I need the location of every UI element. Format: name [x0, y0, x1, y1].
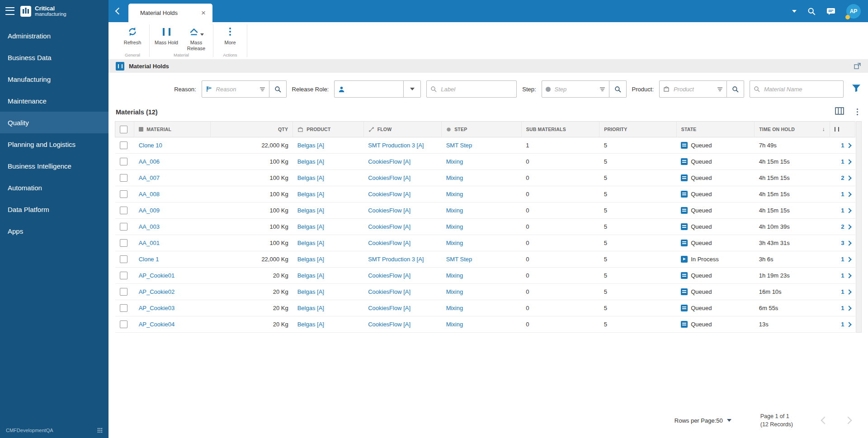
sidebar-item-apps[interactable]: Apps	[0, 220, 108, 242]
row-checkbox[interactable]	[120, 141, 127, 149]
sidebar-item-maintenance[interactable]: Maintenance	[0, 90, 108, 112]
flow-link[interactable]: CookiesFlow [A]	[368, 288, 410, 295]
mass-release-button[interactable]: Mass Release	[181, 22, 211, 52]
sidebar-item-manufacturing[interactable]: Manufacturing	[0, 68, 108, 90]
step-link[interactable]: Mixing	[446, 174, 463, 181]
flow-link[interactable]: CookiesFlow [A]	[368, 305, 410, 311]
column-header-step[interactable]: STEP	[442, 122, 522, 137]
row-checkbox[interactable]	[120, 304, 127, 312]
product-link[interactable]: Belgas [A]	[297, 288, 324, 295]
material-link[interactable]: AP_Cookie04	[139, 321, 175, 328]
material-link[interactable]: Clone 1	[139, 256, 159, 263]
step-link[interactable]: SMT Step	[446, 142, 472, 149]
release-role-dropdown-button[interactable]	[404, 80, 421, 98]
reason-input[interactable]	[215, 85, 256, 93]
flow-link[interactable]: CookiesFlow [A]	[368, 174, 410, 181]
sidebar-item-administration[interactable]: Administration	[0, 25, 108, 47]
row-checkbox[interactable]	[120, 158, 127, 165]
row-checkbox[interactable]	[120, 239, 127, 247]
material-link[interactable]: Clone 10	[139, 142, 162, 149]
flow-link[interactable]: SMT Production 3 [A]	[368, 256, 424, 263]
product-link[interactable]: Belgas [A]	[297, 223, 324, 230]
holds-link[interactable]: 1	[830, 268, 855, 284]
hamburger-menu-icon[interactable]	[5, 7, 14, 15]
refresh-button[interactable]: Refresh	[118, 22, 147, 52]
sidebar-item-automation[interactable]: Automation	[0, 177, 108, 198]
step-search-button[interactable]	[609, 80, 627, 98]
product-link[interactable]: Belgas [A]	[297, 321, 324, 328]
row-checkbox[interactable]	[120, 272, 127, 279]
holds-link[interactable]: 1	[830, 251, 855, 268]
holds-link[interactable]: 1	[830, 316, 855, 333]
filter-options-icon[interactable]	[259, 86, 265, 92]
row-checkbox[interactable]	[120, 223, 127, 231]
material-link[interactable]: AA_007	[139, 174, 160, 181]
row-checkbox[interactable]	[120, 174, 127, 182]
holds-link[interactable]: 1	[830, 186, 855, 203]
tab-material-holds[interactable]: Material Holds ×	[128, 4, 212, 22]
material-link[interactable]: AA_008	[139, 191, 160, 198]
step-link[interactable]: Mixing	[446, 272, 463, 279]
holds-link[interactable]: 1	[830, 300, 855, 316]
back-button[interactable]	[108, 0, 128, 22]
chat-icon[interactable]	[826, 7, 835, 15]
product-link[interactable]: Belgas [A]	[297, 158, 324, 165]
material-name-input[interactable]	[763, 85, 840, 93]
filter-funnel-icon[interactable]	[852, 84, 861, 92]
select-all-checkbox[interactable]	[120, 126, 127, 133]
popup-window-icon[interactable]	[854, 63, 861, 69]
reason-search-button[interactable]	[269, 80, 287, 98]
material-link[interactable]: AP_Cookie03	[139, 305, 175, 311]
filter-options-icon[interactable]	[599, 86, 605, 92]
product-link[interactable]: Belgas [A]	[297, 256, 324, 263]
column-header-qty[interactable]: QTY	[210, 122, 293, 137]
holds-link[interactable]: 2	[830, 170, 855, 186]
flow-link[interactable]: SMT Production 3 [A]	[368, 142, 424, 149]
flow-link[interactable]: CookiesFlow [A]	[368, 158, 410, 165]
product-link[interactable]: Belgas [A]	[297, 272, 324, 279]
flow-link[interactable]: CookiesFlow [A]	[368, 207, 410, 214]
step-link[interactable]: Mixing	[446, 191, 463, 198]
row-checkbox[interactable]	[120, 190, 127, 198]
sidebar-item-data-platform[interactable]: Data Platform	[0, 198, 108, 220]
column-header-time-on-hold[interactable]: TIME ON HOLD↓	[755, 122, 830, 137]
flow-link[interactable]: CookiesFlow [A]	[368, 272, 410, 279]
column-header-state[interactable]: STATE	[676, 122, 755, 137]
product-link[interactable]: Belgas [A]	[297, 174, 324, 181]
row-checkbox[interactable]	[120, 207, 127, 214]
step-link[interactable]: Mixing	[446, 223, 463, 230]
mass-hold-button[interactable]: Mass Hold	[151, 22, 181, 52]
holds-link[interactable]: 1	[830, 203, 855, 219]
sidebar-item-business-intelligence[interactable]: Business Intelligence	[0, 155, 108, 177]
column-header-sub-materials[interactable]: SUB MATERIALS	[521, 122, 599, 137]
column-header-flow[interactable]: FLOW	[363, 122, 442, 137]
row-checkbox[interactable]	[120, 288, 127, 296]
column-header-priority[interactable]: PRIORITY	[599, 122, 677, 137]
column-header-material[interactable]: MATERIAL	[134, 122, 211, 137]
holds-link[interactable]: 1	[830, 154, 855, 170]
product-link[interactable]: Belgas [A]	[297, 142, 324, 149]
next-page-icon[interactable]	[844, 417, 852, 424]
sidebar-item-quality[interactable]: Quality	[0, 112, 108, 133]
material-link[interactable]: AP_Cookie01	[139, 272, 175, 279]
holds-link[interactable]: 1	[830, 284, 855, 300]
holds-link[interactable]: 2	[830, 219, 855, 235]
product-input[interactable]	[673, 85, 714, 93]
grid-menu-icon[interactable]	[857, 111, 859, 113]
step-link[interactable]: SMT Step	[446, 256, 472, 263]
row-checkbox[interactable]	[120, 320, 127, 328]
search-icon[interactable]	[807, 7, 816, 15]
product-link[interactable]: Belgas [A]	[297, 191, 324, 198]
rows-per-page-selector[interactable]: Rows per Page:50	[675, 417, 731, 424]
holds-link[interactable]: 1	[830, 137, 855, 154]
flow-link[interactable]: CookiesFlow [A]	[368, 321, 410, 328]
material-link[interactable]: AA_003	[139, 223, 160, 230]
avatar[interactable]: AP	[846, 4, 861, 19]
filter-options-icon[interactable]	[717, 86, 723, 92]
holds-link[interactable]: 3	[830, 235, 855, 251]
connection-status-icon[interactable]	[97, 428, 103, 433]
step-link[interactable]: Mixing	[446, 207, 463, 214]
step-link[interactable]: Mixing	[446, 305, 463, 311]
more-button[interactable]: More	[215, 22, 245, 52]
step-link[interactable]: Mixing	[446, 240, 463, 246]
